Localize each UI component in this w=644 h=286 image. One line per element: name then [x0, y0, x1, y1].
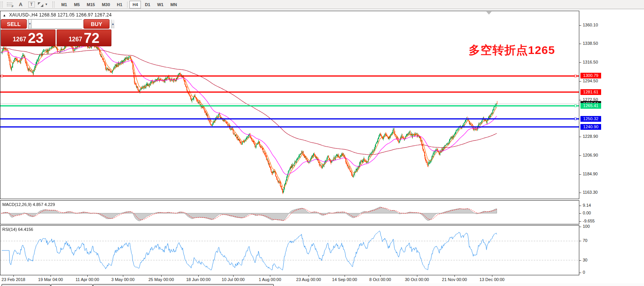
buy-price-pips: 72 — [84, 31, 100, 46]
rsi-axis-label: 0 — [583, 270, 585, 275]
symbol-timeframe-label: XAUUSD-,H4 — [9, 12, 38, 18]
volume-stepper: ▼ ▲ — [28, 19, 82, 29]
tf-button-h1[interactable]: H1 — [114, 1, 125, 8]
scroll-to-end-marker-icon[interactable] — [486, 11, 492, 15]
axis-tick — [579, 221, 581, 222]
time-axis-tick — [492, 275, 492, 277]
toolbar-grip-handle[interactable] — [52, 2, 54, 8]
volume-decrease-button[interactable]: ▼ — [28, 20, 32, 28]
sell-price-pips: 23 — [28, 31, 44, 46]
time-axis-label: 3 May 00:00 — [111, 277, 135, 282]
taskbar-window-button[interactable] — [93, 284, 274, 286]
tf-button-w1[interactable]: W1 — [154, 1, 167, 8]
volume-increase-button[interactable]: ▲ — [111, 20, 114, 28]
time-axis-tick — [345, 275, 345, 277]
price-axis-label: 1360.10 — [583, 23, 598, 27]
tf-button-m30[interactable]: M30 — [99, 1, 113, 8]
axis-tick — [579, 213, 581, 214]
text-label-tool-button[interactable]: A — [16, 1, 25, 8]
tf-button-m1[interactable]: M1 — [58, 1, 70, 8]
buy-button[interactable]: BUY — [83, 19, 110, 29]
price-line-badge: 1281.61 — [580, 89, 601, 95]
tf-button-d1[interactable]: D1 — [142, 1, 153, 8]
tf-button-m15[interactable]: M15 — [83, 1, 98, 8]
tf-button-mn[interactable]: MN — [167, 1, 180, 8]
trade-panel-top-row: SELL ▼ ▲ BUY — [1, 19, 111, 29]
price-axis-label: 1184.90 — [583, 172, 598, 176]
sell-price-whole: 1267 — [13, 36, 26, 43]
buy-price-button[interactable]: 1267 72 — [57, 29, 111, 46]
macd-canvas[interactable] — [0, 201, 579, 224]
time-axis-label: 11 Apr 00:00 — [75, 277, 99, 282]
mt4-terminal: { "toolbar": { "grid_f_sub": "F", "tool_… — [0, 0, 644, 286]
time-axis-tick — [51, 275, 51, 277]
price-axis: 1360.101338.501316.501294.501272.501228.… — [579, 0, 644, 286]
time-axis-tick — [309, 275, 309, 277]
axis-tick — [579, 81, 581, 82]
arrows-icon — [38, 2, 44, 7]
toolbar-grip-handle[interactable] — [1, 2, 3, 8]
time-axis-label: 25 May 00:00 — [149, 277, 174, 282]
arrows-tool-button[interactable]: ▼ — [38, 1, 48, 8]
time-axis-label: 10 Jul 00:00 — [222, 277, 245, 282]
time-axis-label: 8 Oct 00:00 — [369, 277, 391, 282]
axis-tick — [579, 100, 581, 100]
axis-tick — [579, 25, 581, 26]
time-axis-tick — [198, 275, 199, 277]
price-line-badge: 1250.32 — [580, 116, 601, 122]
trade-panel-price-row: 1267 23 1267 72 — [1, 29, 111, 46]
time-axis-tick — [161, 275, 162, 277]
chevron-down-icon: ▼ — [45, 3, 48, 6]
rsi-axis-label: 30 — [583, 258, 587, 262]
axis-tick — [579, 193, 581, 193]
collapse-panel-arrow-icon[interactable]: ▲ — [3, 13, 6, 17]
time-axis-tick — [13, 275, 14, 277]
time-axis-label: 13 Dec 00:00 — [479, 277, 504, 282]
taskbar-window-button[interactable] — [2, 284, 51, 286]
rsi-canvas[interactable] — [0, 226, 579, 275]
tf-button-h4[interactable]: H4 — [129, 1, 141, 8]
rsi-label: RSI(14) 64.4156 — [2, 227, 33, 232]
macd-axis-label: 0.00 — [583, 211, 591, 215]
time-axis-label: 23 Feb 2018 — [2, 277, 25, 282]
time-axis-tick — [417, 275, 417, 277]
price-line-badge: 1240.90 — [580, 124, 601, 130]
sell-button[interactable]: SELL — [1, 19, 27, 29]
price-line-badge: 1265.41 — [580, 103, 601, 109]
top-toolbar: F A T ▼ M1M5M15M30H1H4D1W1MN — [0, 0, 644, 9]
taskbar-edge — [0, 283, 644, 286]
time-axis-label: 30 Oct 00:00 — [405, 277, 429, 282]
time-axis-tick — [87, 275, 88, 277]
text-label-icon: A — [19, 2, 22, 7]
sell-price-button[interactable]: 1267 23 — [1, 29, 56, 46]
time-axis-tick — [123, 275, 123, 277]
axis-tick — [579, 174, 581, 175]
time-axis-tick — [454, 275, 455, 277]
macd-label: MACD(12,26,9) 4.857 4.229 — [2, 202, 55, 207]
one-click-trading-panel: SELL ▼ ▲ BUY 1267 23 1267 72 — [1, 19, 111, 46]
macd-axis-label: -9.655 — [583, 219, 595, 223]
grid-properties-icon[interactable]: F — [5, 1, 15, 8]
axis-tick — [579, 206, 581, 206]
axis-tick — [579, 227, 581, 227]
time-axis-label: 21 Nov 00:00 — [442, 277, 467, 282]
tf-button-m5[interactable]: M5 — [71, 1, 83, 8]
time-axis: 23 Feb 201819 Mar 04:0011 Apr 00:003 May… — [0, 275, 579, 283]
time-axis-tick — [233, 275, 234, 277]
axis-tick — [579, 137, 581, 137]
macd-axis-label: 9.14 — [583, 203, 591, 208]
ohlc-values: 1268.58 1271.05 1266.97 1267.24 — [39, 12, 112, 18]
chart-text-annotation: 多空转折点1265 — [469, 42, 555, 58]
taskbar-window-button[interactable] — [51, 284, 93, 286]
text-box-tool-button[interactable]: T — [27, 1, 36, 8]
macd-indicator-panel[interactable] — [0, 200, 579, 224]
axis-tick — [579, 44, 581, 44]
time-axis-label: 23 Aug 00:00 — [296, 277, 321, 282]
price-line-badge: 1300.79 — [580, 73, 601, 78]
rsi-axis-label: 70 — [583, 238, 587, 243]
timeframe-button-group: M1M5M15M30H1H4D1W1MN — [58, 1, 180, 8]
price-axis-label: 1163.30 — [583, 190, 598, 194]
rsi-indicator-panel[interactable] — [0, 225, 579, 275]
time-axis-label: 18 Jun 00:00 — [186, 277, 211, 282]
axis-tick — [579, 260, 581, 261]
